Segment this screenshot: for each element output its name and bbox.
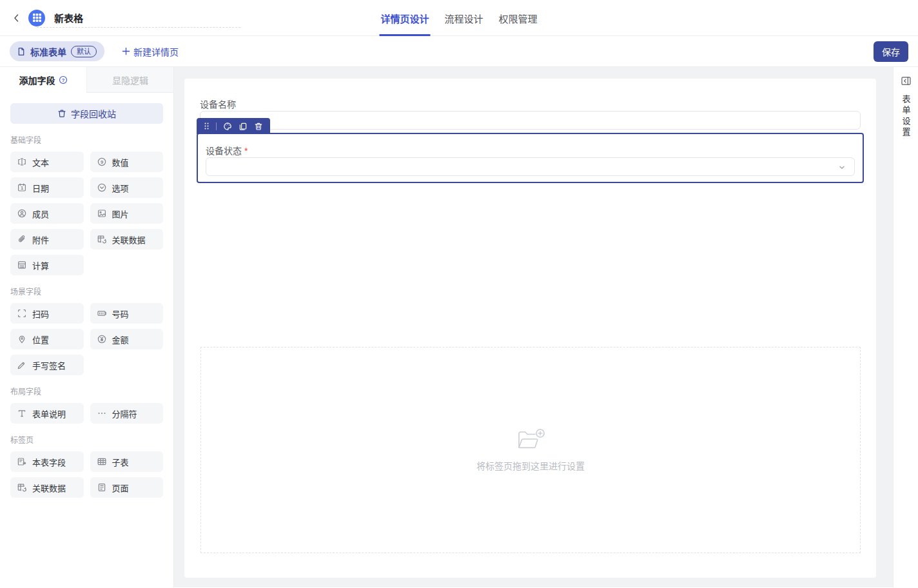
field-item-number[interactable]: 9 数值: [90, 152, 164, 172]
location-pin-icon: [17, 334, 27, 344]
field-item-label: 关联数据: [112, 233, 146, 246]
field-block-device-status-selected[interactable]: 设备状态*: [197, 133, 864, 183]
chevron-circle-icon: [97, 182, 107, 193]
paperclip-icon: [17, 234, 27, 244]
tab-visibility-logic[interactable]: 显隐逻辑: [86, 67, 173, 93]
question-circle-icon[interactable]: ?: [59, 75, 68, 84]
svg-text:?: ?: [61, 77, 64, 83]
field-item-text[interactable]: 文本: [10, 152, 84, 172]
field-item-attachment[interactable]: 附件: [10, 229, 84, 250]
signature-pen-icon: [17, 360, 27, 370]
new-detail-page-button[interactable]: 新建详情页: [122, 45, 179, 58]
layout-fields-grid: 表单说明 分隔符: [10, 403, 163, 424]
title-rename-underline: [37, 27, 240, 28]
field-item-amount[interactable]: 金额: [90, 329, 164, 349]
form-settings-label[interactable]: 表单设置: [900, 95, 912, 139]
field-item-label: 分隔符: [112, 407, 137, 420]
field-item-number-plate[interactable]: 号码: [90, 303, 164, 324]
table-fields-icon: [17, 456, 27, 467]
chevron-down-icon: [837, 163, 846, 172]
section-tab-pages: 标签页: [10, 436, 163, 445]
field-item-label: 文本: [32, 156, 49, 168]
text-t-icon: [17, 408, 27, 418]
field-label: 设备名称: [200, 98, 861, 111]
app-grid-icon: [28, 10, 45, 26]
number-circle-icon: 9: [97, 157, 107, 167]
svg-text:9: 9: [100, 159, 103, 165]
device-name-input[interactable]: [200, 111, 861, 130]
field-item-linked-data[interactable]: 关联数据: [90, 229, 164, 250]
field-item-member[interactable]: 成员: [10, 203, 84, 224]
tab-page-dropzone[interactable]: 将标签页拖到这里进行设置: [200, 347, 861, 553]
palette-icon[interactable]: [223, 122, 232, 131]
field-item-date[interactable]: 1 日期: [10, 177, 84, 198]
field-item-linked-data-tab[interactable]: 关联数据: [10, 477, 84, 498]
detail-page-toolbar: 标准表单 默认 新建详情页 保存: [0, 36, 918, 67]
back-button[interactable]: [10, 12, 23, 24]
toolbar-divider: [216, 122, 217, 130]
field-item-divider[interactable]: 分隔符: [90, 403, 164, 424]
member-icon: [17, 208, 27, 219]
visibility-logic-label: 显隐逻辑: [112, 74, 148, 86]
field-item-option[interactable]: 选项: [90, 177, 164, 198]
page-title[interactable]: 新表格: [54, 11, 83, 24]
field-item-signature[interactable]: 手写签名: [10, 355, 84, 375]
calculator-icon: [17, 260, 27, 270]
field-item-label: 页面: [112, 482, 129, 494]
image-icon: [97, 208, 107, 219]
field-item-label: 扫码: [32, 308, 49, 320]
dropzone-hint: 将标签页拖到这里进行设置: [476, 459, 585, 472]
field-item-label: 本表字段: [32, 456, 66, 468]
default-badge: 默认: [71, 46, 97, 57]
field-item-label: 选项: [112, 182, 129, 194]
subtable-icon: [97, 456, 107, 467]
standard-form-pill[interactable]: 标准表单 默认: [10, 41, 104, 61]
new-detail-page-label: 新建详情页: [133, 45, 179, 58]
linked-data-icon: [17, 482, 27, 493]
field-item-scan[interactable]: 扫码: [10, 303, 84, 324]
panel-collapse-icon[interactable]: [901, 75, 912, 86]
field-item-label: 计算: [32, 259, 49, 271]
scene-fields-grid: 扫码 号码 位置 金额 手写签名: [10, 303, 163, 375]
standard-form-label: 标准表单: [30, 45, 66, 58]
tab-detail-page-design[interactable]: 详情页设计: [379, 0, 430, 36]
field-item-label: 附件: [32, 233, 49, 246]
header-tabs: 详情页设计 流程设计 权限管理: [379, 0, 538, 36]
linked-data-icon: [97, 234, 107, 244]
device-status-select[interactable]: [206, 157, 855, 176]
plus-icon: [122, 47, 130, 55]
tab-add-field[interactable]: 添加字段 ?: [0, 67, 86, 93]
scan-icon: [17, 308, 27, 318]
field-item-label: 位置: [32, 333, 49, 346]
copy-icon[interactable]: [239, 122, 248, 131]
field-item-form-note[interactable]: 表单说明: [10, 403, 84, 424]
currency-yuan-icon: [97, 334, 107, 344]
tab-flow-design[interactable]: 流程设计: [443, 0, 484, 36]
field-item-location[interactable]: 位置: [10, 329, 84, 349]
form-document-icon: [17, 47, 26, 56]
field-item-this-table-fields[interactable]: 本表字段: [10, 451, 84, 472]
section-layout-fields: 布局字段: [10, 387, 163, 397]
save-button[interactable]: 保存: [874, 41, 908, 62]
sidebar-tabs: 添加字段 ? 显隐逻辑: [0, 67, 173, 93]
required-asterisk: *: [244, 146, 248, 156]
field-item-label: 图片: [112, 208, 129, 220]
section-basic-fields: 基础字段: [10, 136, 163, 145]
tab-permission-management[interactable]: 权限管理: [498, 0, 539, 36]
number-plate-icon: [97, 308, 107, 318]
field-item-calc[interactable]: 计算: [10, 255, 84, 275]
svg-text:1: 1: [21, 185, 23, 191]
basic-fields-grid: 文本 9 数值 1 日期 选项 成员 图片: [10, 152, 163, 275]
folder-plus-icon: [516, 428, 545, 451]
field-item-page[interactable]: 页面: [90, 477, 164, 498]
form-settings-strip: 表单设置: [893, 67, 918, 587]
section-scene-fields: 场景字段: [10, 288, 163, 297]
field-block-device-name[interactable]: 设备名称: [200, 98, 861, 130]
field-item-label: 数值: [112, 156, 129, 168]
field-item-subtable[interactable]: 子表: [90, 451, 164, 472]
trash-icon[interactable]: [254, 122, 263, 131]
drag-handle-icon[interactable]: [204, 122, 210, 130]
form-canvas-card: 设备名称: [184, 79, 876, 578]
field-recycle-bin-button[interactable]: 字段回收站: [10, 103, 163, 124]
field-item-image[interactable]: 图片: [90, 203, 164, 224]
